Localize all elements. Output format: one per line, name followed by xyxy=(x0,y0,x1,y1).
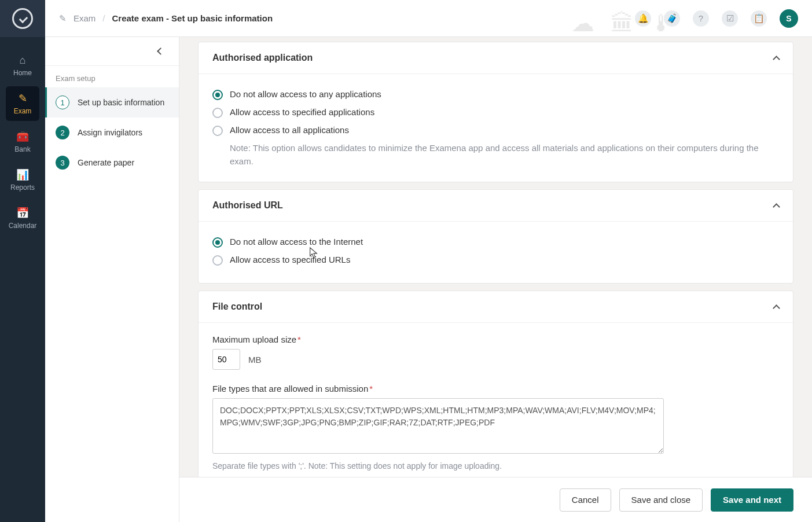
user-avatar[interactable]: S xyxy=(780,9,798,28)
required-asterisk: * xyxy=(369,384,373,394)
collapse-sidebar-button[interactable] xyxy=(153,45,167,58)
option-note: Note: This option allows candidates to m… xyxy=(212,142,779,168)
bank-icon: 🧰 xyxy=(6,130,39,143)
breadcrumb-current: Create exam - Set up basic information xyxy=(112,13,273,23)
edit-icon: ✎ xyxy=(59,13,67,24)
exam-icon: ✎ xyxy=(6,92,39,105)
radio-icon xyxy=(212,90,223,100)
breadcrumb: ✎ Exam / Create exam - Set up basic info… xyxy=(59,13,273,24)
file-types-help: Separate file types with ';'. Note: This… xyxy=(212,461,779,470)
card-authorised-application: Authorised application Do not allow acce… xyxy=(198,42,793,182)
nav-item-label: Bank xyxy=(14,145,30,153)
radio-label: Do not allow access to the Internet xyxy=(230,237,363,247)
checklist-icon[interactable]: ☑ xyxy=(722,10,738,27)
file-types-textarea[interactable] xyxy=(212,398,664,454)
file-types-label: File types that are allowed in submissio… xyxy=(212,384,779,394)
step-badge: 1 xyxy=(56,95,69,109)
max-upload-label: Maximum upload size* xyxy=(212,334,779,344)
content-scroll[interactable]: Authorised application Do not allow acce… xyxy=(179,37,812,477)
card-title: Authorised application xyxy=(212,53,313,63)
breadcrumb-separator: / xyxy=(102,13,105,23)
nav-rail: ⌂Home✎Exam🧰Bank📊Reports📅Calendar xyxy=(0,0,45,522)
step-2[interactable]: 2Assign invigilators xyxy=(45,117,179,148)
card-file-control: File control Maximum upload size* MB xyxy=(198,291,793,477)
step-label: Generate paper xyxy=(78,157,134,168)
radio-option[interactable]: Allow access to all applications xyxy=(212,122,779,139)
nav-item-label: Home xyxy=(13,69,32,77)
card-header-authorised-url[interactable]: Authorised URL xyxy=(199,190,793,222)
radio-icon xyxy=(212,255,223,266)
card-title: File control xyxy=(212,302,262,312)
home-icon: ⌂ xyxy=(6,54,39,67)
max-upload-input[interactable] xyxy=(212,349,240,370)
radio-icon xyxy=(212,108,223,118)
chevron-up-icon xyxy=(773,203,780,211)
step-badge: 2 xyxy=(56,126,69,139)
app-logo[interactable] xyxy=(0,0,45,37)
cancel-button[interactable]: Cancel xyxy=(560,488,611,512)
chevron-up-icon xyxy=(773,56,780,63)
save-close-button[interactable]: Save and close xyxy=(619,488,703,512)
steps-section-title: Exam setup xyxy=(45,66,179,87)
radio-label: Allow access to all applications xyxy=(230,125,349,135)
step-3[interactable]: 3Generate paper xyxy=(45,148,179,178)
clipboard-icon[interactable]: 📋 xyxy=(751,10,767,27)
save-next-button[interactable]: Save and next xyxy=(711,488,793,512)
help-icon[interactable]: ? xyxy=(693,10,709,27)
footer-actions: Cancel Save and close Save and next xyxy=(179,477,812,522)
nav-item-calendar[interactable]: 📅Calendar xyxy=(6,201,39,236)
chevron-left-icon xyxy=(157,47,164,55)
step-label: Assign invigilators xyxy=(78,127,142,138)
nav-item-reports[interactable]: 📊Reports xyxy=(6,163,39,197)
logo-checkmark-icon xyxy=(12,8,33,29)
nav-item-label: Calendar xyxy=(9,222,37,230)
step-label: Set up basic information xyxy=(78,97,164,108)
step-1[interactable]: 1Set up basic information xyxy=(45,87,179,117)
card-authorised-url: Authorised URL Do not allow access to th… xyxy=(198,189,793,284)
radio-label: Allow access to specified applications xyxy=(230,107,374,117)
reports-icon: 📊 xyxy=(6,168,39,181)
radio-icon xyxy=(212,237,223,248)
briefcase-icon[interactable]: 🧳 xyxy=(664,10,680,27)
bell-icon[interactable]: 🔔 xyxy=(635,10,651,27)
card-title: Authorised URL xyxy=(212,200,283,211)
radio-option[interactable]: Allow access to specified URLs xyxy=(212,251,779,269)
required-asterisk: * xyxy=(297,334,301,344)
step-badge: 3 xyxy=(56,156,69,170)
max-upload-unit: MB xyxy=(248,355,262,365)
radio-option[interactable]: Do not allow access to the Internet xyxy=(212,233,779,251)
nav-item-label: Reports xyxy=(10,183,35,192)
nav-item-home[interactable]: ⌂Home xyxy=(6,49,39,83)
chevron-up-icon xyxy=(773,304,780,312)
radio-option[interactable]: Do not allow access to any applications xyxy=(212,86,779,104)
radio-label: Do not allow access to any applications xyxy=(230,89,381,99)
nav-item-label: Exam xyxy=(14,107,32,115)
topbar: ✎ Exam / Create exam - Set up basic info… xyxy=(45,0,812,37)
steps-sidebar: Exam setup 1Set up basic information2Ass… xyxy=(45,37,179,522)
card-header-authorised-application[interactable]: Authorised application xyxy=(199,42,793,74)
radio-icon xyxy=(212,126,223,136)
card-header-file-control[interactable]: File control xyxy=(199,291,793,323)
radio-label: Allow access to specified URLs xyxy=(230,255,350,264)
nav-item-bank[interactable]: 🧰Bank xyxy=(6,124,39,159)
calendar-icon: 📅 xyxy=(6,207,39,219)
nav-item-exam[interactable]: ✎Exam xyxy=(6,86,39,121)
breadcrumb-root[interactable]: Exam xyxy=(74,13,95,23)
radio-option[interactable]: Allow access to specified applications xyxy=(212,104,779,122)
